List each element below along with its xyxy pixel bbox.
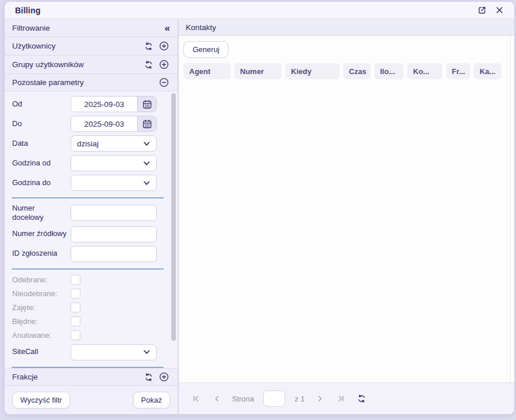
section-other-params-label: Pozostałe parametry — [12, 78, 84, 87]
date-preset-select[interactable]: dzisiaj — [71, 135, 157, 152]
sidebar-footer: Wyczyść filtr Pokaż — [5, 386, 178, 414]
busy-checkbox[interactable] — [71, 303, 80, 312]
sitecall-label: SiteCall — [12, 347, 71, 356]
section-other-params[interactable]: Pozostałe parametry — [5, 74, 178, 91]
column-header-ka[interactable]: Ka... — [474, 63, 502, 79]
form-divider — [12, 197, 164, 198]
hour-from-select[interactable] — [71, 155, 157, 171]
source-number-input[interactable] — [71, 226, 157, 242]
fractions-refresh-icon[interactable] — [142, 371, 155, 384]
collapse-sidebar-icon[interactable]: « — [165, 23, 170, 33]
failed-label: Błędne: — [12, 317, 71, 326]
chevron-down-icon — [142, 139, 151, 148]
date-preset-value: dzisiaj — [77, 139, 142, 148]
hour-to-label: Godzina do — [12, 178, 71, 187]
groups-add-icon[interactable] — [157, 58, 170, 71]
answered-label: Odebrane: — [12, 275, 71, 284]
pagination-bar: Strona z 1 — [179, 382, 514, 414]
missed-label: Nieodebrane: — [12, 289, 71, 298]
date-to-input[interactable] — [71, 116, 137, 131]
ticket-id-label: ID zgłoszenia — [12, 249, 71, 258]
next-page-icon[interactable] — [314, 393, 326, 404]
chevron-down-icon — [142, 348, 151, 356]
collapse-params-icon[interactable] — [157, 76, 170, 89]
window-title: Billing — [15, 6, 40, 15]
date-from-group — [71, 96, 157, 112]
ticket-id-input[interactable] — [71, 246, 157, 262]
contacts-title: Kontakty — [186, 23, 216, 32]
column-header-kiedy[interactable]: Kiedy — [285, 63, 340, 79]
failed-checkbox[interactable] — [71, 316, 80, 326]
close-icon[interactable] — [492, 4, 506, 17]
date-preset-label: Data — [12, 139, 71, 148]
open-in-window-icon[interactable] — [475, 4, 489, 17]
section-user-groups-label: Grupy użytkowników — [12, 60, 84, 69]
fractions-add-icon[interactable] — [157, 371, 170, 384]
busy-label: Zajęte: — [12, 303, 71, 312]
section-fractions-label: Frakcje — [12, 373, 38, 381]
target-number-input[interactable] — [71, 205, 157, 221]
date-to-calendar-icon[interactable] — [137, 116, 156, 131]
filter-form: Od Do — [5, 91, 178, 368]
show-button[interactable]: Pokaż — [133, 392, 170, 408]
cancelled-label: Anulowane: — [12, 331, 71, 340]
users-add-icon[interactable] — [157, 40, 170, 53]
page-number-input[interactable] — [263, 390, 285, 407]
clear-filter-button[interactable]: Wyczyść filtr — [12, 392, 70, 408]
column-header-fr[interactable]: Fr... — [446, 63, 470, 79]
section-user-groups[interactable]: Grupy użytkowników — [5, 56, 178, 74]
form-divider — [12, 268, 164, 270]
missed-checkbox[interactable] — [71, 289, 80, 299]
hour-to-select[interactable] — [71, 175, 157, 191]
contacts-scrollbar-track[interactable] — [510, 36, 514, 382]
section-users[interactable]: Użytkownicy — [5, 37, 178, 56]
date-to-group — [71, 116, 157, 132]
table-header-row: Agent Numer Kiedy Czas Ilo... Ko... Fr..… — [183, 63, 506, 79]
filter-panel-title: Filtrowanie — [12, 24, 50, 32]
contacts-panel: Kontakty Generuj Agent Numer Kiedy Czas … — [179, 19, 514, 414]
previous-page-icon[interactable] — [211, 393, 223, 404]
form-divider — [12, 367, 164, 368]
page-total-label: z 1 — [294, 395, 304, 403]
date-to-label: Do — [12, 119, 71, 128]
cancelled-checkbox[interactable] — [71, 330, 80, 340]
column-header-ko[interactable]: Ko... — [407, 63, 443, 79]
sitecall-select[interactable] — [71, 344, 157, 360]
column-header-agent[interactable]: Agent — [183, 63, 231, 79]
first-page-icon[interactable] — [190, 393, 202, 404]
chevron-down-icon — [142, 179, 151, 187]
date-from-calendar-icon[interactable] — [137, 97, 156, 112]
filter-panel-header: Filtrowanie « — [5, 19, 178, 37]
section-users-label: Użytkownicy — [12, 42, 56, 50]
contacts-header: Kontakty — [179, 19, 514, 36]
page-label: Strona — [232, 395, 254, 403]
last-page-icon[interactable] — [335, 393, 347, 404]
billing-window: Billing Filtrowanie « Użytkownicy — [4, 1, 515, 415]
chevron-down-icon — [142, 159, 151, 168]
hour-from-label: Godzina od — [12, 159, 71, 168]
reload-list-icon[interactable] — [356, 393, 367, 404]
generate-button[interactable]: Generuj — [183, 41, 228, 58]
answered-checkbox[interactable] — [71, 275, 80, 285]
contacts-content: Generuj Agent Numer Kiedy Czas Ilo... Ko… — [179, 36, 514, 382]
column-header-numer[interactable]: Numer — [234, 63, 282, 79]
date-from-input[interactable] — [71, 97, 137, 112]
groups-refresh-icon[interactable] — [142, 58, 155, 71]
column-header-ilosc[interactable]: Ilo... — [374, 63, 404, 79]
column-header-czas[interactable]: Czas — [343, 63, 371, 79]
filter-sidebar: Filtrowanie « Użytkownicy Grupy użytkown… — [5, 19, 179, 414]
form-scrollbar[interactable] — [171, 93, 176, 341]
users-refresh-icon[interactable] — [142, 40, 155, 53]
target-number-label: Numer docelowy — [12, 204, 71, 223]
section-fractions[interactable]: Frakcje — [5, 368, 178, 386]
source-number-label: Numer źródłowy — [12, 229, 71, 238]
title-bar: Billing — [5, 2, 514, 19]
date-from-label: Od — [12, 100, 71, 109]
